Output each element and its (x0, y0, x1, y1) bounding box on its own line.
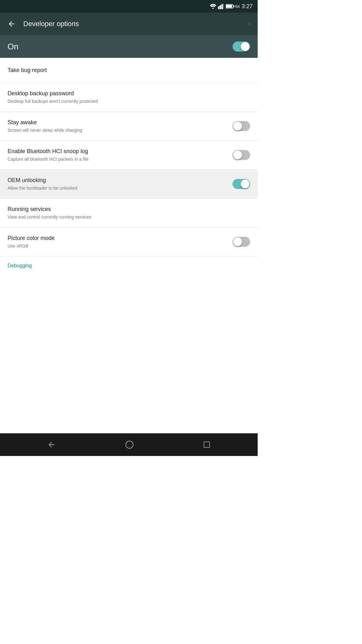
setting-subtitle-running-services: View and control currently running servi… (8, 214, 250, 220)
setting-content: OEM unlocking Allow the bootloader to be… (8, 177, 228, 192)
setting-content: Stay awake Screen will never sleep while… (8, 119, 228, 134)
toggle-thumb (233, 122, 242, 130)
setting-subtitle-bluetooth-hci: Capture all bluetooth HCI packets in a f… (8, 156, 228, 163)
page-title: Developer options (23, 20, 241, 28)
back-button[interactable] (5, 17, 18, 31)
toggle-thumb (233, 237, 242, 246)
debugging-section-header: Debugging (0, 257, 258, 271)
signal-icon (218, 3, 224, 9)
setting-item-stay-awake[interactable]: Stay awake Screen will never sleep while… (0, 112, 258, 141)
svg-rect-6 (233, 5, 234, 7)
bluetooth-hci-toggle[interactable] (233, 150, 250, 160)
setting-subtitle-stay-awake: Screen will never sleep while charging (8, 127, 228, 134)
debugging-label: Debugging (8, 263, 32, 268)
setting-item-bluetooth-hci[interactable]: Enable Bluetooth HCI snoop log Capture a… (0, 141, 258, 170)
setting-right (233, 150, 250, 160)
setting-subtitle-desktop-backup-password: Desktop full backups aren't currently pr… (8, 98, 250, 105)
battery-icon: 84 (226, 4, 239, 9)
setting-title-oem-unlocking: OEM unlocking (8, 177, 228, 184)
setting-subtitle-picture-color-mode: Use sRGB (8, 243, 228, 249)
on-label: On (8, 42, 19, 52)
setting-title-stay-awake: Stay awake (8, 119, 228, 126)
developer-options-toggle-section: On (0, 35, 258, 58)
setting-content: Take bug report (8, 67, 250, 74)
setting-item-desktop-backup-password[interactable]: Desktop backup password Desktop full bac… (0, 83, 258, 112)
wifi-icon (210, 4, 216, 9)
setting-subtitle-oem-unlocking: Allow the bootloader to be unlocked (8, 185, 228, 192)
picture-color-mode-toggle[interactable] (233, 237, 250, 247)
settings-list: Take bug report Desktop backup password … (0, 58, 258, 433)
setting-title-desktop-backup-password: Desktop backup password (8, 90, 250, 97)
setting-right (233, 237, 250, 247)
svg-rect-12 (204, 442, 210, 447)
setting-title-take-bug-report: Take bug report (8, 67, 250, 74)
overflow-menu-button[interactable] (246, 17, 253, 31)
setting-right (233, 121, 250, 131)
svg-marker-1 (218, 6, 220, 9)
svg-point-11 (126, 441, 133, 448)
setting-content: Enable Bluetooth HCI snoop log Capture a… (8, 148, 228, 163)
home-nav-button[interactable] (121, 436, 138, 453)
svg-point-8 (249, 23, 249, 24)
toggle-thumb (233, 151, 242, 159)
status-bar: 84 3:27 (0, 0, 258, 13)
setting-content: Desktop backup password Desktop full bac… (8, 90, 250, 105)
svg-point-10 (249, 24, 249, 25)
setting-item-running-services[interactable]: Running services View and control curren… (0, 199, 258, 228)
setting-title-bluetooth-hci: Enable Bluetooth HCI snoop log (8, 148, 228, 155)
recents-nav-button[interactable] (199, 437, 214, 452)
setting-right (233, 179, 250, 189)
status-time: 3:27 (242, 3, 253, 10)
svg-point-9 (249, 24, 249, 24)
nav-bar (0, 433, 258, 456)
toggle-thumb (241, 42, 250, 51)
battery-level: 84 (235, 4, 239, 9)
developer-options-toggle[interactable] (233, 42, 250, 52)
status-icons: 84 3:27 (210, 3, 253, 10)
setting-content: Picture color mode Use sRGB (8, 235, 228, 249)
app-bar: Developer options (0, 13, 258, 35)
toggle-thumb (241, 180, 250, 188)
svg-rect-7 (226, 5, 232, 8)
setting-item-picture-color-mode[interactable]: Picture color mode Use sRGB (0, 228, 258, 257)
setting-item-take-bug-report[interactable]: Take bug report (0, 58, 258, 83)
svg-marker-2 (220, 5, 222, 9)
setting-title-picture-color-mode: Picture color mode (8, 235, 228, 242)
back-nav-button[interactable] (43, 436, 60, 453)
svg-point-0 (212, 8, 214, 9)
oem-unlocking-toggle[interactable] (233, 179, 250, 189)
setting-content: Running services View and control curren… (8, 206, 250, 220)
setting-title-running-services: Running services (8, 206, 250, 213)
svg-marker-4 (223, 3, 224, 9)
svg-marker-3 (222, 4, 223, 9)
setting-item-oem-unlocking[interactable]: OEM unlocking Allow the bootloader to be… (0, 170, 258, 199)
stay-awake-toggle[interactable] (233, 121, 250, 131)
